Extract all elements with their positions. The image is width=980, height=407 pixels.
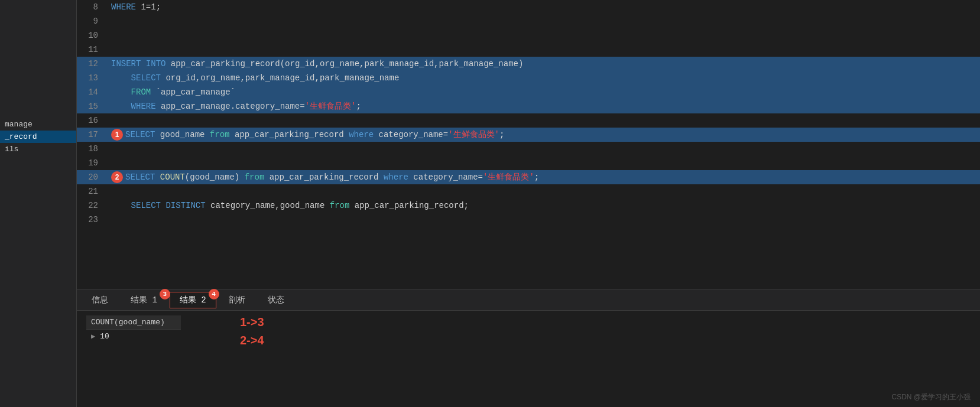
line-content-15: WHERE app_car_manage.category_name='生鲜食品… <box>106 99 980 113</box>
line-num-20: 20 <box>77 170 106 184</box>
code-line-19: 19 <box>77 156 980 170</box>
result-table: COUNT(good_name) ▶ 10 <box>86 315 181 343</box>
code-line-18: 18 <box>77 142 980 156</box>
badge-4: 4 <box>209 289 219 299</box>
tab-status[interactable]: 状态 <box>258 292 294 308</box>
tab-result1-label: 结果 1 <box>131 295 157 305</box>
tab-result1[interactable]: 结果 1 3 <box>121 292 167 308</box>
code-container[interactable]: 8 WHERE 1=1; 9 10 11 12 INSERT INTO app_… <box>77 0 980 289</box>
line-num-19: 19 <box>77 156 106 170</box>
code-line-17: 17 1SELECT good_name from app_car_parkin… <box>77 128 980 142</box>
bottom-panel: 信息 结果 1 3 结果 2 4 剖析 状态 COUNT(good_name) … <box>77 289 980 407</box>
line-content-19 <box>106 156 980 170</box>
line-content-13: SELECT org_id,org_name,park_manage_id,pa… <box>106 71 980 85</box>
sidebar-item-ils[interactable]: ils <box>0 143 76 155</box>
code-line-9: 9 <box>77 14 980 28</box>
line-content-9 <box>106 14 980 28</box>
line-num-10: 10 <box>77 28 106 43</box>
editor-area: 8 WHERE 1=1; 9 10 11 12 INSERT INTO app_… <box>77 0 980 407</box>
line-num-13: 13 <box>77 71 106 85</box>
watermark: CSDN @爱学习的王小强 <box>891 392 971 402</box>
line-content-14: FROM `app_car_manage` <box>106 85 980 99</box>
line-num-12: 12 <box>77 57 106 71</box>
line-num-21: 21 <box>77 184 106 198</box>
badge-2: 2 <box>111 171 123 183</box>
line-num-15: 15 <box>77 99 106 113</box>
code-line-14: 14 FROM `app_car_manage` <box>77 85 980 99</box>
line-content-10 <box>106 28 980 43</box>
line-content-11 <box>106 43 980 57</box>
code-line-8: 8 WHERE 1=1; <box>77 0 980 14</box>
annotation-area: 1->3 2->4 <box>181 315 971 347</box>
code-lines: 8 WHERE 1=1; 9 10 11 12 INSERT INTO app_… <box>77 0 980 227</box>
line-content-23 <box>106 213 980 227</box>
tab-analyze[interactable]: 剖析 <box>219 292 255 308</box>
code-line-23: 23 <box>77 213 980 227</box>
line-num-14: 14 <box>77 85 106 99</box>
line-num-11: 11 <box>77 43 106 57</box>
result-row-arrow: ▶ <box>91 332 95 341</box>
annotation-1-3: 1->3 <box>240 315 264 329</box>
line-num-8: 8 <box>77 0 106 14</box>
badge-1: 1 <box>111 129 123 141</box>
code-line-10: 10 <box>77 28 980 43</box>
line-num-9: 9 <box>77 14 106 28</box>
line-num-16: 16 <box>77 113 106 128</box>
line-content-18 <box>106 142 980 156</box>
code-line-12: 12 INSERT INTO app_car_parking_record(or… <box>77 57 980 71</box>
code-line-20: 20 2SELECT COUNT(good_name) from app_car… <box>77 170 980 184</box>
code-line-21: 21 <box>77 184 980 198</box>
badge-3: 3 <box>160 289 170 299</box>
line-content-8: WHERE 1=1; <box>106 0 980 14</box>
line-num-22: 22 <box>77 198 106 213</box>
tab-result2[interactable]: 结果 2 4 <box>170 292 216 308</box>
code-line-11: 11 <box>77 43 980 57</box>
line-content-20: 2SELECT COUNT(good_name) from app_car_pa… <box>106 170 980 184</box>
sidebar: manage _record ils <box>0 0 77 407</box>
tab-result2-label: 结果 2 <box>180 295 206 305</box>
result-data-row: ▶ 10 <box>86 330 181 343</box>
sidebar-item-manage[interactable]: manage <box>0 118 76 131</box>
annotation-2-4: 2->4 <box>240 334 264 347</box>
code-line-22: 22 SELECT DISTINCT category_name,good_na… <box>77 198 980 213</box>
line-content-21 <box>106 184 980 198</box>
tab-info[interactable]: 信息 <box>82 292 118 308</box>
tabs-bar: 信息 结果 1 3 结果 2 4 剖析 状态 <box>77 289 980 311</box>
sidebar-item-record[interactable]: _record <box>0 131 76 143</box>
line-content-17: 1SELECT good_name from app_car_parking_r… <box>106 128 980 142</box>
code-line-16: 16 <box>77 113 980 128</box>
line-num-23: 23 <box>77 213 106 227</box>
line-content-22: SELECT DISTINCT category_name,good_name … <box>106 198 980 213</box>
code-line-13: 13 SELECT org_id,org_name,park_manage_id… <box>77 71 980 85</box>
result-row-value: 10 <box>100 332 109 341</box>
result-column-header: COUNT(good_name) <box>86 315 181 330</box>
line-num-17: 17 <box>77 128 106 142</box>
code-line-15: 15 WHERE app_car_manage.category_name='生… <box>77 99 980 113</box>
line-content-12: INSERT INTO app_car_parking_record(org_i… <box>106 57 980 71</box>
result-content: COUNT(good_name) ▶ 10 1->3 2->4 <box>77 311 980 407</box>
line-num-18: 18 <box>77 142 106 156</box>
line-content-16 <box>106 113 980 128</box>
